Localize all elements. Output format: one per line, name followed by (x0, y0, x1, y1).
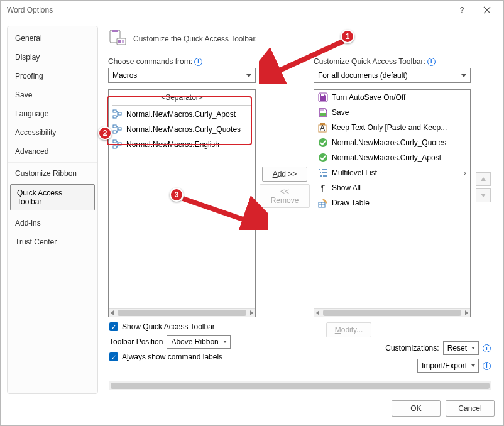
svg-rect-12 (118, 143, 121, 145)
triangle-up-icon (480, 176, 486, 182)
checkmark-icon: ✓ (109, 352, 118, 361)
svg-rect-2 (118, 40, 121, 43)
nav-display[interactable]: Display (8, 48, 97, 67)
svg-rect-3 (122, 40, 124, 43)
svg-rect-15 (320, 109, 324, 111)
add-button[interactable]: Add >> (262, 167, 307, 182)
customize-qat-combo[interactable]: For all documents (default) (314, 68, 471, 83)
svg-rect-4 (113, 110, 116, 112)
autosave-icon (318, 92, 328, 102)
svg-rect-5 (113, 116, 116, 118)
nav-language[interactable]: Language (8, 104, 97, 123)
import-export-combo[interactable]: Import/Export (417, 359, 479, 373)
columns-container: Choose commands from: i Macros <Separato… (103, 57, 497, 317)
toolbar-position-label: Toolbar Position (109, 337, 163, 346)
nav-add-ins[interactable]: Add-ins (8, 212, 97, 232)
macro-item[interactable]: Normal.NewMacros.Curly_Apost (109, 107, 255, 122)
nav-customize-ribbon[interactable]: Customize Ribbon (8, 162, 97, 183)
multilevel-list-icon (318, 168, 328, 178)
transfer-buttons-column: Add >> << Remove (260, 57, 310, 317)
reorder-buttons (474, 57, 492, 317)
modify-button[interactable]: Modify... (326, 322, 371, 337)
save-icon (318, 107, 328, 117)
macro-tree-icon (112, 139, 123, 150)
ok-button[interactable]: OK (392, 400, 441, 417)
svg-point-21 (319, 153, 327, 162)
pilcrow-icon: ¶ (318, 183, 328, 193)
info-icon[interactable]: i (194, 58, 202, 66)
customize-qat-icon (109, 30, 127, 48)
qat-item[interactable]: Normal.NewMacros.Curly_Quotes (314, 135, 470, 150)
checkmark-circle-icon (318, 138, 328, 148)
svg-rect-7 (113, 125, 116, 128)
content-area: General Display Proofing Save Language A… (1, 19, 503, 394)
main-panel: Customize the Quick Access Toolbar. Choo… (103, 26, 497, 394)
qat-horizontal-scrollbar[interactable] (314, 308, 470, 317)
svg-text:¶: ¶ (321, 184, 325, 193)
close-button[interactable] (474, 1, 500, 19)
svg-rect-6 (118, 112, 121, 115)
commands-horizontal-scrollbar[interactable] (109, 308, 255, 317)
qat-column: Customize Quick Access Toolbar: i For al… (314, 57, 471, 317)
bottom-right-group: Modify... Customizations: Reset i Import… (326, 322, 491, 376)
bottom-left-group: ✓ Show Quick Access Toolbar Toolbar Posi… (109, 322, 307, 365)
svg-rect-9 (118, 128, 121, 130)
qat-item[interactable]: Normal.NewMacros.Curly_Apost (314, 150, 470, 165)
qat-item[interactable]: A Keep Text Only [Paste and Keep... (314, 120, 470, 135)
svg-rect-8 (113, 131, 116, 133)
draw-table-icon (318, 198, 328, 208)
svg-rect-14 (321, 94, 324, 96)
choose-commands-label: Choose commands from: i (108, 57, 256, 66)
nav-accessibility[interactable]: Accessibility (8, 123, 97, 142)
commands-column: Choose commands from: i Macros <Separato… (108, 57, 256, 317)
svg-rect-10 (113, 140, 116, 143)
nav-advanced[interactable]: Advanced (8, 142, 97, 161)
qat-listbox[interactable]: Turn AutoSave On/Off Save A Keep Text On… (314, 89, 471, 317)
macro-item[interactable]: Normal.NewMacros.Curly_Quotes (109, 122, 255, 137)
info-icon[interactable]: i (427, 58, 436, 66)
main-horizontal-scrollbar[interactable] (109, 381, 491, 390)
qat-item[interactable]: Turn AutoSave On/Off (314, 90, 470, 105)
triangle-down-icon (480, 192, 486, 199)
word-options-dialog: Word Options ? General Display Proofing … (0, 0, 504, 426)
qat-item[interactable]: Save (314, 105, 470, 120)
nav-trust-center[interactable]: Trust Center (8, 232, 97, 251)
commands-listbox[interactable]: <Separator> Normal.NewMacros.Curly_Apost… (108, 89, 256, 317)
remove-button[interactable]: << Remove (260, 184, 310, 208)
svg-point-20 (319, 138, 327, 147)
checkmark-circle-icon (318, 153, 328, 163)
reset-combo[interactable]: Reset (443, 341, 479, 355)
page-header: Customize the Quick Access Toolbar. (103, 26, 497, 57)
svg-text:A: A (320, 124, 325, 133)
svg-rect-16 (320, 113, 326, 116)
move-down-button[interactable] (476, 188, 491, 202)
keep-text-only-icon: A (318, 123, 328, 133)
always-show-labels-checkbox[interactable]: ✓ Always show command labels (109, 352, 307, 361)
customize-qat-label: Customize Quick Access Toolbar: i (314, 57, 471, 66)
cancel-button[interactable]: Cancel (446, 400, 495, 417)
titlebar: Word Options ? (1, 1, 503, 19)
show-qat-checkbox[interactable]: ✓ Show Quick Access Toolbar (109, 322, 307, 331)
info-icon[interactable]: i (483, 344, 491, 352)
close-icon (483, 6, 491, 14)
nav-general[interactable]: General (8, 29, 97, 48)
qat-item[interactable]: ¶ Show All (314, 180, 470, 195)
dialog-footer: OK Cancel (1, 394, 503, 425)
choose-commands-combo[interactable]: Macros (108, 68, 256, 83)
info-icon[interactable]: i (483, 362, 491, 370)
qat-item[interactable]: Draw Table (314, 195, 470, 210)
page-title: Customize the Quick Access Toolbar. (133, 35, 257, 43)
toolbar-position-combo[interactable]: Above Ribbon (167, 335, 230, 349)
help-button[interactable]: ? (449, 1, 474, 19)
nav-quick-access-toolbar[interactable]: Quick Access Toolbar (10, 184, 95, 210)
qat-item[interactable]: Multilevel List › (314, 165, 470, 180)
customizations-label: Customizations: (385, 344, 439, 352)
macro-item[interactable]: Normal.NewMacros.English (109, 137, 255, 152)
svg-rect-11 (113, 146, 116, 148)
nav-save[interactable]: Save (8, 85, 97, 104)
submenu-chevron-icon: › (464, 169, 466, 177)
move-up-button[interactable] (476, 172, 491, 186)
nav-proofing[interactable]: Proofing (8, 67, 97, 85)
separator-item[interactable]: <Separator> (109, 90, 255, 105)
macro-tree-icon (112, 109, 123, 119)
